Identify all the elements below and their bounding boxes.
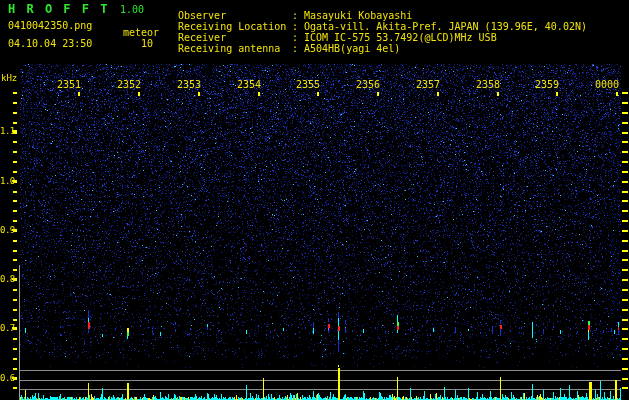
hrofft-output-image: H R O F F T 1.00 0410042350.png meteor 0… xyxy=(0,0,629,400)
info-row-antenna: Receiving antenna:A504HB(yagi 4el) xyxy=(178,44,400,54)
info-label: Receiver xyxy=(178,33,292,43)
info-value: A504HB(yagi 4el) xyxy=(304,44,400,54)
frequency-axis-unit: kHz xyxy=(1,74,17,83)
mode-label: meteor xyxy=(123,28,159,38)
app-title: H R O F F T xyxy=(8,3,109,15)
info-label: Observer xyxy=(178,11,292,21)
freq-tick-label: 0.8 xyxy=(0,275,13,284)
time-tick-label: 2356 xyxy=(354,80,380,90)
info-colon: : xyxy=(292,33,304,43)
freq-tick-label: 1.0 xyxy=(0,177,13,186)
time-tick-label: 2354 xyxy=(235,80,261,90)
time-tick-label: 2357 xyxy=(414,80,440,90)
info-row-receiver: Receiver:ICOM IC-575 53.7492(@LCD)MHz US… xyxy=(178,33,497,43)
info-row-location: Receiving Location:Ogata-vill. Akita-Pre… xyxy=(178,22,587,32)
freq-tick-label: 0.7 xyxy=(0,324,13,333)
time-tick-label: 2351 xyxy=(55,80,81,90)
time-tick-label: 0000 xyxy=(593,80,619,90)
output-filename: 0410042350.png xyxy=(8,21,92,31)
info-value: ICOM IC-575 53.7492(@LCD)MHz USB xyxy=(304,33,497,43)
freq-tick-label: 0.6 xyxy=(0,374,13,383)
info-colon: : xyxy=(292,22,304,32)
datetime-label: 04.10.04 23:50 xyxy=(8,39,92,49)
info-label: Receiving Location xyxy=(178,22,292,32)
time-tick-label: 2353 xyxy=(175,80,201,90)
channel-number: 10 xyxy=(141,39,153,49)
info-label: Receiving antenna xyxy=(178,44,292,54)
info-colon: : xyxy=(292,11,304,21)
app-version: 1.00 xyxy=(120,4,144,15)
info-value: Masayuki Kobayashi xyxy=(304,11,412,21)
info-row-observer: Observer:Masayuki Kobayashi xyxy=(178,11,412,21)
spectrogram-canvas xyxy=(0,0,629,400)
freq-tick-label: 0.9 xyxy=(0,226,13,235)
freq-tick-label: 1.1 xyxy=(0,127,13,136)
info-colon: : xyxy=(292,44,304,54)
info-value: Ogata-vill. Akita-Pref. JAPAN (139.96E, … xyxy=(304,22,587,32)
time-tick-label: 2358 xyxy=(474,80,500,90)
time-tick-label: 2352 xyxy=(115,80,141,90)
time-tick-label: 2359 xyxy=(533,80,559,90)
time-tick-label: 2355 xyxy=(294,80,320,90)
